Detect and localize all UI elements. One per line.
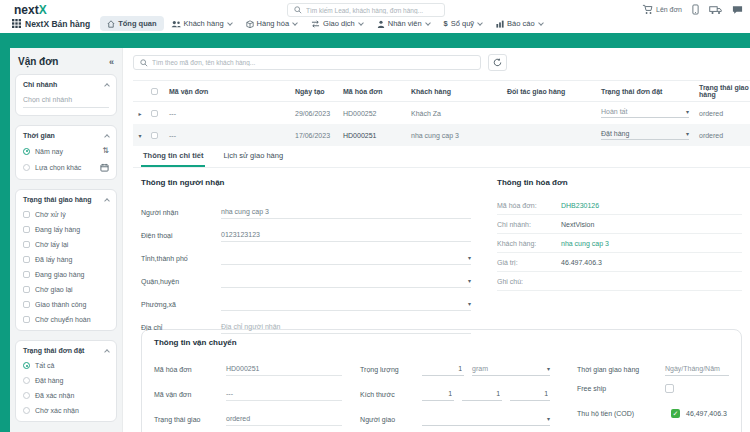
invoice-row: Mã hóa đơn: DHB230126 [497, 196, 742, 215]
order-status-option[interactable]: Đã xác nhận [23, 392, 109, 399]
tab-thong-tin-chi-tiet[interactable]: Thông tin chi tiết [141, 146, 205, 167]
table-row-expanded[interactable]: ▾ --- 17/06/2023 HD000251 nha cung cap 3… [133, 124, 750, 146]
quan-huyen-select[interactable]: ▾ [221, 276, 471, 288]
col-ma-hoa-don: Mã hóa đơn [343, 88, 411, 95]
collapse-sidebar-icon[interactable]: « [109, 57, 114, 67]
nav-so-quy[interactable]: $ Sổ quỹ [437, 16, 490, 31]
invoice-row: Khách hàng: nha cung cap 3 [497, 234, 742, 253]
free-ship-checkbox[interactable] [665, 384, 674, 393]
ship-field-nguoi-giao: Người giao ▾ [360, 401, 577, 426]
time-option-nam-nay[interactable]: Năm nay ⇅ [23, 147, 109, 155]
header-actions: Lên đơn [642, 4, 743, 15]
ship-trang-thai-giao-input[interactable]: ordered [226, 415, 342, 426]
shipping-info-title: Thông tin vận chuyển [154, 338, 729, 347]
chevron-down-icon: ▾ [547, 415, 550, 422]
table-search[interactable] [133, 55, 481, 70]
radio-icon [23, 377, 30, 384]
delivery-status-option[interactable]: Giao thành công [23, 301, 109, 308]
receiver-info-title: Thông tin người nhận [141, 178, 471, 187]
truck-icon[interactable] [709, 5, 722, 15]
invoice-code-link[interactable]: DHB230126 [561, 202, 599, 209]
radio-selected-icon [23, 362, 30, 369]
tab-lich-su-giao-hang[interactable]: Lịch sử giao hàng [221, 146, 285, 167]
size-length-input[interactable] [422, 390, 454, 401]
create-order-label: Lên đơn [656, 6, 682, 13]
customer-link[interactable]: nha cung cap 3 [561, 240, 609, 247]
checkbox-icon [23, 226, 30, 233]
ship-field-thoi-gian-tao: Thời gian tạo 17/06/2023 [154, 426, 360, 432]
delivery-status-option[interactable]: Đang lấy hàng [23, 226, 109, 233]
weight-unit-select[interactable]: gram▾ [472, 365, 550, 376]
order-status-select[interactable]: Hoàn tất▾ [601, 108, 689, 118]
table-row[interactable]: ▸ --- 29/06/2023 HD000252 Khách Za Hoàn … [133, 102, 750, 124]
order-status-select[interactable]: Đặt hàng▾ [601, 130, 689, 140]
ship-field-cod: Thu hộ tiền (COD) ✓ 46,497,406.3 [577, 401, 729, 426]
delivery-status-option[interactable]: Chờ lấy lại [23, 241, 109, 248]
left-accent-strip [0, 48, 10, 432]
table-search-input[interactable] [152, 59, 474, 66]
branch-select[interactable]: Chọn chi nhánh [23, 94, 109, 108]
nav-hang-hoa[interactable]: Hàng hóa [239, 16, 305, 31]
chat-icon[interactable] [732, 5, 743, 15]
cod-checkbox-checked[interactable]: ✓ [671, 409, 680, 418]
size-height-input[interactable] [510, 390, 550, 401]
global-search[interactable] [287, 3, 445, 17]
nav-bao-cao[interactable]: Báo cáo [489, 16, 550, 31]
expand-row-icon[interactable]: ▸ [133, 110, 147, 117]
row-checkbox[interactable] [151, 110, 158, 117]
chevron-down-icon: ▾ [547, 365, 550, 372]
nextx-logo[interactable]: nextX [14, 3, 47, 17]
branch-filter-title: Chi nhánh [23, 81, 57, 88]
order-status-option[interactable]: Chờ xác nhận [23, 407, 109, 414]
nav-giao-dich[interactable]: Giao dịch [304, 16, 370, 31]
delivery-status-option[interactable]: Đã lấy hàng [23, 256, 109, 263]
col-trang-thai-giao-hang: Trạng thái giao hàng [699, 84, 750, 98]
delivery-status-filter-card: Trạng thái giao hàng Chờ xử lý Đang lấy … [15, 189, 117, 331]
select-all-checkbox[interactable] [151, 88, 158, 95]
order-status-option[interactable]: Tất cả [23, 362, 109, 369]
chevron-up-icon[interactable] [104, 349, 110, 355]
ship-ma-van-don-input[interactable]: --- [226, 390, 342, 401]
shipper-select[interactable]: ▾ [422, 415, 550, 426]
chevron-up-icon[interactable] [104, 198, 110, 204]
nav-nhan-vien[interactable]: Nhân viên [370, 16, 437, 31]
mobile-icon[interactable] [692, 4, 699, 15]
chevron-up-icon[interactable] [104, 134, 110, 140]
ship-field-trang-thai-giao: Trạng thái giao ordered [154, 401, 360, 426]
phuong-xa-select[interactable]: ▾ [221, 299, 471, 311]
delivery-status-option[interactable]: Chờ xử lý [23, 211, 109, 218]
time-option-khac[interactable]: Lựa chọn khác [23, 163, 109, 172]
stepper-icon[interactable]: ⇅ [102, 147, 109, 155]
app-switcher[interactable]: NextX Bán hàng [12, 19, 90, 29]
delivery-status-option[interactable]: Chờ chuyển hoàn [23, 316, 109, 323]
ship-ma-hoa-don-input[interactable]: HD000251 [226, 365, 342, 376]
collapse-row-icon[interactable]: ▾ [133, 132, 147, 139]
delivery-date-input[interactable]: Ngày/Tháng/Năm [665, 365, 729, 376]
delivery-status-option[interactable]: Đang giao hàng [23, 271, 109, 278]
person-icon [377, 20, 385, 28]
create-order-button[interactable]: Lên đơn [642, 4, 682, 15]
nav-tong-quan[interactable]: Tổng quan [100, 16, 163, 31]
order-status-option[interactable]: Đặt hàng [23, 377, 109, 384]
order-status-title: Trạng thái đơn đặt [23, 347, 84, 354]
checkbox-icon [23, 301, 30, 308]
dia-chi-input[interactable]: Địa chỉ người nhận [221, 322, 471, 334]
box-icon [246, 20, 254, 28]
users-icon [171, 20, 181, 28]
nav-label: Sổ quỹ [451, 19, 474, 28]
tinh-thanh-pho-select[interactable]: ▾ [221, 253, 471, 265]
nav-khach-hang[interactable]: Khách hàng [164, 16, 239, 31]
ship-field-ma-hoa-don: Mã hóa đơn HD000251 [154, 351, 360, 376]
delivery-status-option[interactable]: Chờ giao lại [23, 286, 109, 293]
chevron-up-icon[interactable] [104, 83, 110, 89]
grid-icon [12, 19, 21, 28]
field-dia-chi: Địa chỉ Địa chỉ người nhận [141, 311, 471, 334]
nguoi-nhan-input[interactable]: nha cung cap 3 [221, 207, 471, 219]
size-width-input[interactable] [462, 390, 502, 401]
calendar-icon[interactable] [100, 163, 109, 172]
refresh-button[interactable] [488, 54, 507, 71]
dien-thoai-input[interactable]: 0123123123 [221, 230, 471, 242]
weight-input[interactable] [422, 365, 464, 376]
row-checkbox[interactable] [151, 132, 158, 139]
global-search-input[interactable] [306, 7, 438, 14]
